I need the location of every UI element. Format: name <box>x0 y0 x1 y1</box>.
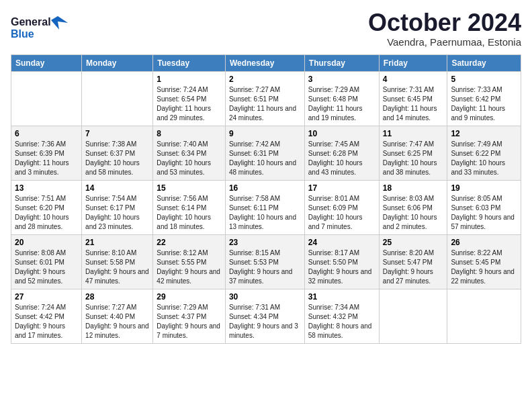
day-number: 22 <box>157 238 222 247</box>
day-info: Sunrise: 7:47 AMSunset: 6:25 PMDaylight:… <box>383 140 444 177</box>
day-number: 7 <box>85 129 149 138</box>
day-cell: 1Sunrise: 7:24 AMSunset: 6:54 PMDaylight… <box>153 72 226 126</box>
header-day-wednesday: Wednesday <box>225 55 304 72</box>
day-number: 4 <box>383 75 444 84</box>
day-number: 30 <box>229 292 301 302</box>
day-cell: 19Sunrise: 8:05 AMSunset: 6:03 PMDayligh… <box>447 181 521 235</box>
day-number: 2 <box>229 75 301 84</box>
day-cell: 26Sunrise: 8:22 AMSunset: 5:45 PMDayligh… <box>447 235 521 289</box>
day-info: Sunrise: 8:10 AMSunset: 5:58 PMDaylight:… <box>85 248 149 286</box>
day-cell: 10Sunrise: 7:45 AMSunset: 6:28 PMDayligh… <box>304 126 379 181</box>
header-day-tuesday: Tuesday <box>153 55 226 72</box>
week-row-4: 20Sunrise: 8:08 AMSunset: 6:01 PMDayligh… <box>11 235 521 289</box>
week-row-2: 6Sunrise: 7:36 AMSunset: 6:39 PMDaylight… <box>11 126 521 181</box>
day-cell: 5Sunrise: 7:33 AMSunset: 6:42 PMDaylight… <box>447 72 521 126</box>
logo-svg: General Blue <box>11 11 71 44</box>
day-cell: 24Sunrise: 8:17 AMSunset: 5:50 PMDayligh… <box>304 235 379 289</box>
day-cell <box>82 72 153 126</box>
header-row: SundayMondayTuesdayWednesdayThursdayFrid… <box>11 55 521 72</box>
day-number: 25 <box>383 238 444 247</box>
day-cell: 22Sunrise: 8:12 AMSunset: 5:55 PMDayligh… <box>153 235 226 289</box>
day-info: Sunrise: 7:24 AMSunset: 4:42 PMDaylight:… <box>15 303 78 340</box>
day-number: 11 <box>383 129 444 138</box>
day-number: 5 <box>451 75 517 84</box>
day-info: Sunrise: 7:31 AMSunset: 6:45 PMDaylight:… <box>383 85 444 123</box>
day-info: Sunrise: 7:36 AMSunset: 6:39 PMDaylight:… <box>15 140 78 177</box>
day-number: 20 <box>15 238 78 247</box>
week-row-1: 1Sunrise: 7:24 AMSunset: 6:54 PMDaylight… <box>11 72 521 126</box>
day-number: 16 <box>229 183 301 193</box>
day-cell: 25Sunrise: 8:20 AMSunset: 5:47 PMDayligh… <box>379 235 447 289</box>
day-info: Sunrise: 7:38 AMSunset: 6:37 PMDaylight:… <box>85 140 149 177</box>
day-info: Sunrise: 7:33 AMSunset: 6:42 PMDaylight:… <box>451 85 517 123</box>
day-number: 9 <box>229 129 301 138</box>
header-day-thursday: Thursday <box>304 55 379 72</box>
day-number: 31 <box>308 292 375 302</box>
day-info: Sunrise: 7:49 AMSunset: 6:22 PMDaylight:… <box>451 140 517 177</box>
day-info: Sunrise: 8:15 AMSunset: 5:53 PMDaylight:… <box>229 248 301 286</box>
day-number: 27 <box>15 292 78 302</box>
day-info: Sunrise: 7:24 AMSunset: 6:54 PMDaylight:… <box>157 85 222 123</box>
day-cell <box>447 289 521 344</box>
day-cell <box>379 289 447 344</box>
svg-text:General: General <box>11 16 51 28</box>
day-cell: 30Sunrise: 7:31 AMSunset: 4:34 PMDayligh… <box>225 289 304 344</box>
day-info: Sunrise: 7:42 AMSunset: 6:31 PMDaylight:… <box>229 140 301 177</box>
day-cell: 7Sunrise: 7:38 AMSunset: 6:37 PMDaylight… <box>82 126 153 181</box>
day-info: Sunrise: 8:08 AMSunset: 6:01 PMDaylight:… <box>15 248 78 286</box>
day-number: 6 <box>15 129 78 138</box>
day-info: Sunrise: 7:27 AMSunset: 6:51 PMDaylight:… <box>229 85 301 123</box>
day-cell: 15Sunrise: 7:56 AMSunset: 6:14 PMDayligh… <box>153 181 226 235</box>
day-info: Sunrise: 7:56 AMSunset: 6:14 PMDaylight:… <box>157 194 222 232</box>
day-cell: 11Sunrise: 7:47 AMSunset: 6:25 PMDayligh… <box>379 126 447 181</box>
svg-marker-2 <box>51 16 68 30</box>
day-cell: 16Sunrise: 7:58 AMSunset: 6:11 PMDayligh… <box>225 181 304 235</box>
day-cell: 8Sunrise: 7:40 AMSunset: 6:34 PMDaylight… <box>153 126 226 181</box>
day-number: 23 <box>229 238 301 247</box>
week-row-5: 27Sunrise: 7:24 AMSunset: 4:42 PMDayligh… <box>11 289 521 344</box>
day-info: Sunrise: 7:40 AMSunset: 6:34 PMDaylight:… <box>157 140 222 177</box>
week-row-3: 13Sunrise: 7:51 AMSunset: 6:20 PMDayligh… <box>11 181 521 235</box>
header-day-friday: Friday <box>379 55 447 72</box>
day-cell: 4Sunrise: 7:31 AMSunset: 6:45 PMDaylight… <box>379 72 447 126</box>
day-number: 15 <box>157 183 222 193</box>
day-info: Sunrise: 8:20 AMSunset: 5:47 PMDaylight:… <box>383 248 444 286</box>
location-subtitle: Vaendra, Paernumaa, Estonia <box>368 36 521 48</box>
day-info: Sunrise: 7:34 AMSunset: 4:32 PMDaylight:… <box>308 303 375 340</box>
day-number: 28 <box>85 292 149 302</box>
header-day-sunday: Sunday <box>11 55 82 72</box>
day-number: 17 <box>308 183 375 193</box>
logo: General Blue <box>11 11 71 44</box>
day-cell: 13Sunrise: 7:51 AMSunset: 6:20 PMDayligh… <box>11 181 82 235</box>
day-cell: 14Sunrise: 7:54 AMSunset: 6:17 PMDayligh… <box>82 181 153 235</box>
day-cell: 6Sunrise: 7:36 AMSunset: 6:39 PMDaylight… <box>11 126 82 181</box>
header-day-saturday: Saturday <box>447 55 521 72</box>
day-info: Sunrise: 7:54 AMSunset: 6:17 PMDaylight:… <box>85 194 149 232</box>
day-info: Sunrise: 7:45 AMSunset: 6:28 PMDaylight:… <box>308 140 375 177</box>
day-cell: 28Sunrise: 7:27 AMSunset: 4:40 PMDayligh… <box>82 289 153 344</box>
day-cell: 9Sunrise: 7:42 AMSunset: 6:31 PMDaylight… <box>225 126 304 181</box>
day-cell: 20Sunrise: 8:08 AMSunset: 6:01 PMDayligh… <box>11 235 82 289</box>
day-number: 14 <box>85 183 149 193</box>
day-cell: 2Sunrise: 7:27 AMSunset: 6:51 PMDaylight… <box>225 72 304 126</box>
month-title: October 2024 <box>368 11 521 35</box>
day-info: Sunrise: 7:29 AMSunset: 6:48 PMDaylight:… <box>308 85 375 123</box>
day-number: 8 <box>157 129 222 138</box>
day-info: Sunrise: 7:58 AMSunset: 6:11 PMDaylight:… <box>229 194 301 232</box>
day-cell: 17Sunrise: 8:01 AMSunset: 6:09 PMDayligh… <box>304 181 379 235</box>
day-cell: 23Sunrise: 8:15 AMSunset: 5:53 PMDayligh… <box>225 235 304 289</box>
day-cell: 18Sunrise: 8:03 AMSunset: 6:06 PMDayligh… <box>379 181 447 235</box>
header-day-monday: Monday <box>82 55 153 72</box>
day-info: Sunrise: 8:12 AMSunset: 5:55 PMDaylight:… <box>157 248 222 286</box>
day-number: 13 <box>15 183 78 193</box>
day-info: Sunrise: 8:22 AMSunset: 5:45 PMDaylight:… <box>451 248 517 286</box>
day-cell: 29Sunrise: 7:29 AMSunset: 4:37 PMDayligh… <box>153 289 226 344</box>
day-number: 29 <box>157 292 222 302</box>
day-number: 21 <box>85 238 149 247</box>
day-number: 10 <box>308 129 375 138</box>
day-info: Sunrise: 8:01 AMSunset: 6:09 PMDaylight:… <box>308 194 375 232</box>
day-number: 24 <box>308 238 375 247</box>
svg-text:Blue: Blue <box>11 28 34 40</box>
day-info: Sunrise: 8:05 AMSunset: 6:03 PMDaylight:… <box>451 194 517 232</box>
calendar-table: SundayMondayTuesdayWednesdayThursdayFrid… <box>11 54 521 344</box>
